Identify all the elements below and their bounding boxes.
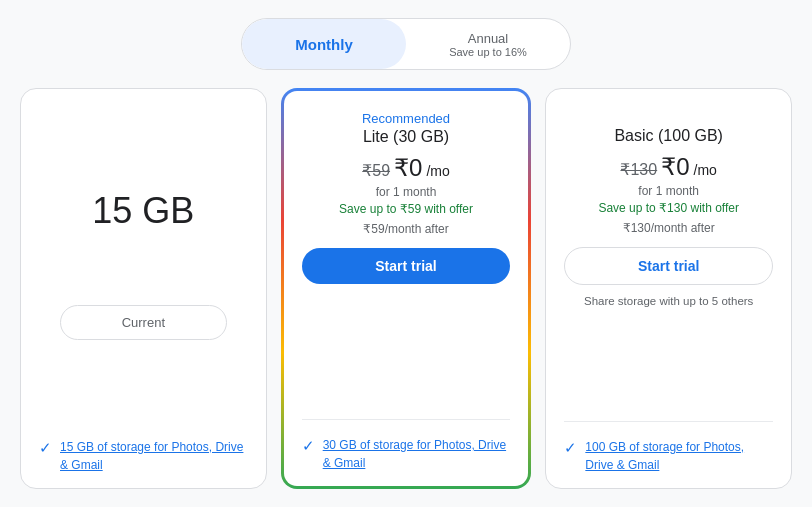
check-icon-lite: ✓ <box>302 437 315 455</box>
billing-toggle[interactable]: Monthly Annual Save up to 16% <box>241 18 571 70</box>
free-storage-title: 15 GB <box>92 190 194 232</box>
current-button: Current <box>60 305 227 340</box>
feature-row-basic: ✓ 100 GB of storage for Photos, Drive & … <box>564 438 773 474</box>
card-basic: Basic (100 GB) ₹130 ₹0 /mo for 1 month S… <box>545 88 792 489</box>
basic-title: Basic (100 GB) <box>564 127 773 145</box>
basic-price-current: ₹0 <box>661 153 689 181</box>
toggle-monthly-label: Monthly <box>295 36 353 53</box>
feature-row-lite: ✓ 30 GB of storage for Photos, Drive & G… <box>302 436 511 472</box>
feature-text-lite[interactable]: 30 GB of storage for Photos, Drive & Gma… <box>323 436 511 472</box>
basic-price-original: ₹130 <box>620 160 657 179</box>
basic-price-period: /mo <box>694 162 717 178</box>
page-wrapper: Monthly Annual Save up to 16% 15 GB Curr… <box>0 0 812 507</box>
check-icon-basic: ✓ <box>564 439 577 457</box>
lite-sub-line2: Save up to ₹59 with offer <box>339 202 473 216</box>
divider-lite <box>302 419 511 420</box>
lite-title: Lite (30 GB) <box>302 128 511 146</box>
pricing-cards: 15 GB Current ✓ 15 GB of storage for Pho… <box>20 88 792 489</box>
toggle-annual[interactable]: Annual Save up to 16% <box>406 19 570 69</box>
basic-sub-line1: for 1 month <box>638 184 699 198</box>
feature-text-basic[interactable]: 100 GB of storage for Photos, Drive & Gm… <box>585 438 773 474</box>
lite-price-row: ₹59 ₹0 /mo <box>302 154 511 182</box>
toggle-annual-save: Save up to 16% <box>449 46 527 58</box>
toggle-monthly[interactable]: Monthly <box>242 19 406 69</box>
card-lite: Recommended Lite (30 GB) ₹59 ₹0 /mo for … <box>281 88 532 489</box>
lite-price-after: ₹59/month after <box>302 222 511 236</box>
basic-price-after: ₹130/month after <box>564 221 773 235</box>
check-icon-free: ✓ <box>39 439 52 457</box>
basic-share-text: Share storage with up to 5 others <box>564 295 773 307</box>
lite-price-period: /mo <box>426 163 449 179</box>
basic-sub-line2: Save up to ₹130 with offer <box>598 201 739 215</box>
card-free: 15 GB Current ✓ 15 GB of storage for Pho… <box>20 88 267 489</box>
basic-price-row: ₹130 ₹0 /mo <box>564 153 773 181</box>
basic-start-trial-button[interactable]: Start trial <box>564 247 773 285</box>
toggle-annual-label: Annual <box>468 31 508 46</box>
feature-text-free[interactable]: 15 GB of storage for Photos, Drive & Gma… <box>60 438 248 474</box>
lite-sub-line1: for 1 month <box>376 185 437 199</box>
feature-row-free: ✓ 15 GB of storage for Photos, Drive & G… <box>39 438 248 474</box>
basic-price-sub: for 1 month Save up to ₹130 with offer <box>564 183 773 217</box>
lite-start-trial-button[interactable]: Start trial <box>302 248 511 284</box>
divider-basic <box>564 421 773 422</box>
lite-price-original: ₹59 <box>362 161 390 180</box>
recommended-label: Recommended <box>302 111 511 126</box>
lite-price-sub: for 1 month Save up to ₹59 with offer <box>302 184 511 218</box>
lite-price-current: ₹0 <box>394 154 422 182</box>
